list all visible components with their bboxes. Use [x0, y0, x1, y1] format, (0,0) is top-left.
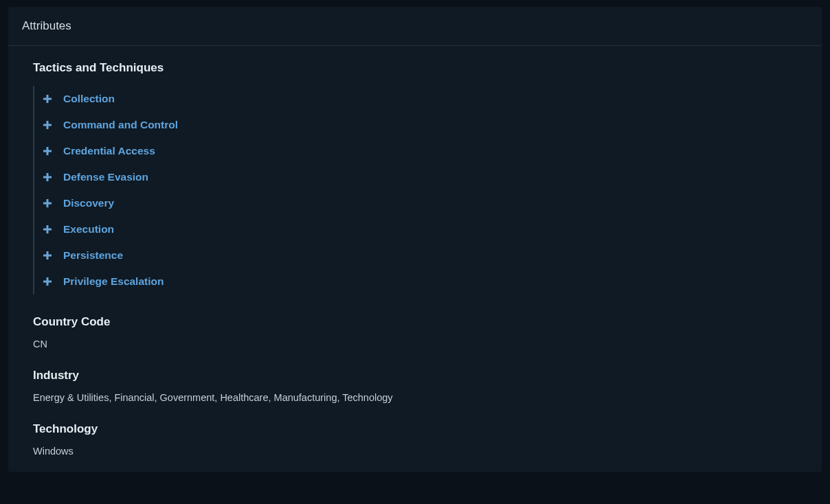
- tactic-label: Persistence: [63, 249, 123, 262]
- tactic-item-privilege-escalation[interactable]: Privilege Escalation: [34, 268, 803, 295]
- expand-icon: [43, 94, 52, 104]
- expand-icon: [43, 225, 52, 234]
- expand-icon: [43, 277, 52, 286]
- tactic-label: Command and Control: [63, 119, 178, 131]
- industry-section: Industry Energy & Utilities, Financial, …: [33, 369, 803, 403]
- tactics-heading: Tactics and Techniques: [33, 61, 803, 75]
- expand-icon: [43, 172, 52, 182]
- panel-title: Attributes: [8, 7, 822, 46]
- tactic-item-execution[interactable]: Execution: [34, 216, 803, 242]
- expand-icon: [43, 198, 52, 208]
- country-code-heading: Country Code: [33, 315, 803, 329]
- industry-value: Energy & Utilities, Financial, Governmen…: [33, 392, 803, 403]
- tactic-item-discovery[interactable]: Discovery: [34, 190, 803, 216]
- attributes-panel: Attributes Tactics and Techniques Collec…: [8, 7, 822, 472]
- technology-section: Technology Windows: [33, 422, 803, 457]
- tactic-label: Execution: [63, 223, 114, 236]
- expand-icon: [43, 120, 52, 130]
- tactic-label: Discovery: [63, 197, 114, 209]
- tactic-item-credential-access[interactable]: Credential Access: [34, 138, 803, 164]
- tactic-item-collection[interactable]: Collection: [34, 86, 803, 112]
- country-code-value: CN: [33, 339, 803, 350]
- expand-icon: [43, 146, 52, 156]
- tactics-list: Collection Command and Control Credentia…: [33, 86, 803, 295]
- tactic-item-persistence[interactable]: Persistence: [34, 242, 803, 268]
- tactic-item-defense-evasion[interactable]: Defense Evasion: [34, 164, 803, 190]
- country-code-section: Country Code CN: [33, 315, 803, 350]
- tactic-label: Credential Access: [63, 145, 155, 157]
- expand-icon: [43, 251, 52, 260]
- tactic-item-command-and-control[interactable]: Command and Control: [34, 112, 803, 138]
- tactic-label: Defense Evasion: [63, 171, 148, 183]
- panel-body: Tactics and Techniques Collection Comman…: [8, 46, 822, 472]
- tactic-label: Collection: [63, 93, 115, 105]
- tactic-label: Privilege Escalation: [63, 275, 164, 288]
- technology-value: Windows: [33, 446, 803, 457]
- technology-heading: Technology: [33, 422, 803, 436]
- industry-heading: Industry: [33, 369, 803, 382]
